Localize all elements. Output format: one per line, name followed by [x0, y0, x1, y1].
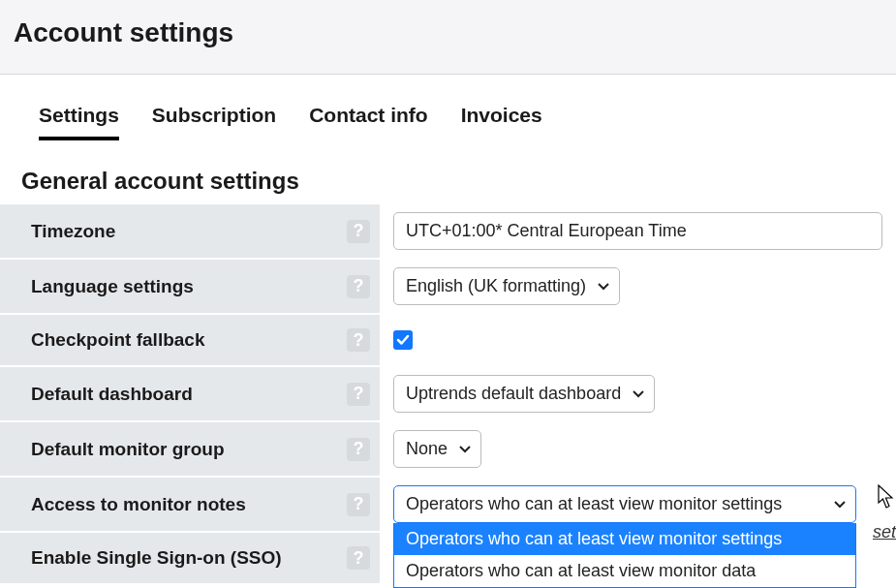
tab-subscription[interactable]: Subscription: [152, 104, 276, 140]
dropdown-option[interactable]: Operators who can at least view monitor …: [394, 555, 855, 587]
help-icon[interactable]: ?: [347, 275, 370, 298]
label-default-dashboard: Default dashboard ?: [0, 367, 380, 420]
select-value: None: [406, 439, 448, 459]
settings-table: Timezone ? Language settings ? English (…: [0, 204, 896, 585]
label-text: Timezone: [31, 221, 115, 242]
value-timezone: [380, 204, 896, 258]
tabs-nav: Settings Subscription Contact info Invoi…: [0, 75, 896, 140]
label-text: Access to monitor notes: [31, 494, 246, 515]
chevron-down-icon: [598, 283, 609, 291]
label-default-monitor-group: Default monitor group ?: [0, 422, 380, 476]
label-monitor-notes: Access to monitor notes ?: [0, 478, 380, 531]
value-default-dashboard: Uptrends default dashboard: [380, 367, 896, 420]
timezone-input[interactable]: [393, 212, 882, 250]
select-value: Uptrends default dashboard: [406, 384, 621, 404]
label-language: Language settings ?: [0, 260, 380, 313]
monitor-notes-dropdown: Operators who can at least view monitor …: [393, 523, 856, 588]
row-checkpoint-fallback: Checkpoint fallback ?: [0, 315, 896, 367]
value-checkpoint-fallback: [380, 315, 896, 365]
select-value: Operators who can at least view monitor …: [406, 494, 782, 514]
row-monitor-notes: Access to monitor notes ? Operators who …: [0, 478, 896, 533]
tab-invoices[interactable]: Invoices: [461, 104, 542, 140]
page-title: Account settings: [14, 17, 882, 48]
monitor-notes-select[interactable]: Operators who can at least view monitor …: [393, 485, 856, 523]
row-default-monitor-group: Default monitor group ? None: [0, 422, 896, 478]
chevron-down-icon: [459, 446, 471, 453]
chevron-down-icon: [633, 390, 644, 398]
mouse-cursor-icon: [878, 484, 895, 510]
help-icon[interactable]: ?: [347, 546, 370, 570]
default-dashboard-select[interactable]: Uptrends default dashboard: [393, 375, 655, 413]
value-default-monitor-group: None: [380, 422, 896, 476]
checkpoint-fallback-checkbox[interactable]: [393, 330, 413, 350]
tab-contact-info[interactable]: Contact info: [309, 104, 427, 140]
help-icon[interactable]: ?: [347, 493, 370, 516]
section-heading: General account settings: [21, 168, 896, 195]
help-icon[interactable]: ?: [347, 328, 370, 352]
label-text: Checkpoint fallback: [31, 329, 205, 351]
row-language: Language settings ? English (UK formatti…: [0, 260, 896, 315]
partial-link[interactable]: set: [873, 522, 896, 542]
row-timezone: Timezone ?: [0, 204, 896, 260]
row-default-dashboard: Default dashboard ? Uptrends default das…: [0, 367, 896, 422]
label-text: Enable Single Sign-on (SSO): [31, 547, 282, 569]
label-text: Default dashboard: [31, 384, 193, 405]
label-timezone: Timezone ?: [0, 204, 380, 258]
dropdown-option[interactable]: Operators who can at least view monitor …: [394, 523, 855, 555]
label-text: Language settings: [31, 276, 194, 297]
value-monitor-notes: Operators who can at least view monitor …: [380, 478, 896, 531]
page-header: Account settings: [0, 0, 896, 75]
help-icon[interactable]: ?: [347, 383, 370, 406]
language-select[interactable]: English (UK formatting): [393, 267, 620, 305]
label-sso: Enable Single Sign-on (SSO) ?: [0, 533, 380, 583]
default-monitor-group-select[interactable]: None: [393, 430, 481, 468]
label-checkpoint-fallback: Checkpoint fallback ?: [0, 315, 380, 365]
chevron-down-icon: [834, 501, 846, 509]
label-text: Default monitor group: [31, 439, 224, 460]
help-icon[interactable]: ?: [347, 438, 370, 461]
help-icon[interactable]: ?: [347, 220, 370, 243]
select-value: English (UK formatting): [406, 276, 586, 296]
value-language: English (UK formatting): [380, 260, 896, 313]
tab-settings[interactable]: Settings: [39, 104, 119, 140]
